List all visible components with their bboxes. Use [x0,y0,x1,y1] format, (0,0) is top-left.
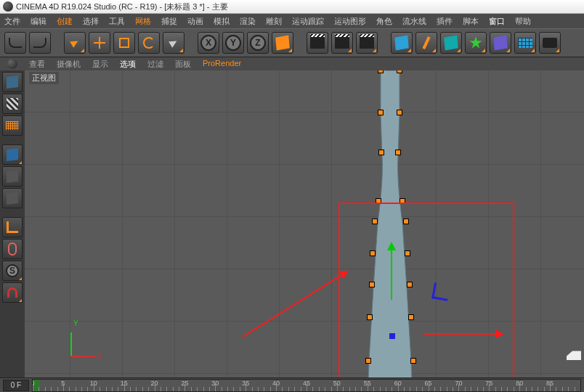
viewbar-item-2[interactable]: 显示 [92,59,108,70]
menu-item-17[interactable]: 窗口 [489,16,505,27]
viewbar-item-1[interactable]: 摄像机 [57,59,81,70]
grill-icon [6,121,19,130]
y-axis-icon: Y [225,35,241,51]
viewbar-item-5[interactable]: 面板 [175,59,191,70]
y-axis-gizmo[interactable] [391,243,392,300]
menu-item-3[interactable]: 选择 [83,16,99,27]
menu-item-13[interactable]: 角色 [376,16,392,27]
z-axis-gizmo[interactable] [431,282,450,301]
render-view-button[interactable] [307,32,328,54]
menu-item-0[interactable]: 文件 [4,16,20,27]
mograph-button[interactable] [465,32,487,54]
camera-button[interactable] [539,32,561,54]
model-cube-icon [7,75,18,89]
main-toolbar: X Y Z [0,28,584,57]
y-axis-lock-button[interactable]: Y [222,32,244,54]
menu-item-15[interactable]: 插件 [437,16,453,27]
environment-button[interactable] [514,32,536,54]
z-axis-icon: Z [250,35,266,51]
live-select-button[interactable] [64,32,86,54]
axis-mode-button[interactable] [2,217,23,237]
menu-item-18[interactable]: 帮助 [515,16,531,27]
render-settings-button[interactable] [356,32,378,54]
cursor-icon [70,38,80,48]
menu-item-2[interactable]: 创建 [57,16,73,27]
vertex-handle[interactable] [373,219,377,224]
vertex-handle[interactable] [379,150,384,155]
vertex-handle[interactable] [396,150,400,155]
vertex-handle[interactable] [409,315,413,319]
workplane-mode-button[interactable] [2,115,23,136]
primitive-cube-button[interactable] [391,32,413,54]
deformer-icon [493,36,508,51]
vertex-handle[interactable] [378,70,383,73]
snap-button[interactable]: S [2,261,23,281]
menu-item-11[interactable]: 运动跟踪 [292,16,324,27]
model-mode-button[interactable] [2,72,23,92]
timeline-tick-label: 70 [455,380,462,387]
menu-item-12[interactable]: 运动图形 [334,16,366,27]
viewport-front[interactable]: 正视图 Y X [25,70,584,377]
menu-item-14[interactable]: 流水线 [402,16,426,27]
timeline-tick-label: 35 [242,380,249,387]
checker-icon [7,98,18,110]
magnet-button[interactable] [2,282,23,303]
tweak-mode-button[interactable] [2,239,23,259]
timeline-tick-label: 60 [394,380,402,387]
polygon-mode-button[interactable] [2,188,23,208]
vertex-handle[interactable] [405,251,410,256]
menu-item-8[interactable]: 模拟 [214,16,230,27]
gizmo-origin[interactable] [389,333,395,339]
vertex-handle[interactable] [366,359,370,363]
menu-item-9[interactable]: 渲染 [240,16,256,27]
vertex-handle[interactable] [400,199,405,203]
timeline-tick-label: 40 [272,380,280,387]
texture-mode-button[interactable] [2,94,23,114]
menu-item-1[interactable]: 编辑 [31,16,46,27]
edge-mode-button[interactable] [2,166,23,187]
rotate-tool-button[interactable] [138,32,160,54]
point-mode-button[interactable] [2,144,23,165]
vertex-handle[interactable] [397,70,402,73]
menu-item-10[interactable]: 雕刻 [266,16,282,27]
vertex-handle[interactable] [370,251,375,256]
timeline[interactable]: 0 F 0510152025303540455055606570758085 [0,377,584,392]
menu-item-7[interactable]: 动画 [187,16,203,27]
viewport-origin-axes: Y X [70,321,107,357]
timeline-start-frame[interactable]: 0 F [3,380,29,391]
vertex-handle[interactable] [411,359,415,363]
undo-button[interactable] [4,32,26,54]
deformer-button[interactable] [490,32,511,54]
viewbar-item-3[interactable]: 选项 [120,59,136,70]
menu-item-4[interactable]: 工具 [109,16,125,27]
coord-system-button[interactable] [272,32,293,54]
menu-item-5[interactable]: 网格 [135,16,151,27]
vertex-handle[interactable] [378,110,383,115]
viewbar-item-6[interactable]: ProRender [203,59,241,70]
generator-button[interactable] [440,32,462,54]
vertex-handle[interactable] [370,282,374,287]
scale-tool-button[interactable] [113,32,135,54]
menu-item-16[interactable]: 脚本 [463,16,479,27]
z-axis-lock-button[interactable]: Z [247,32,269,54]
vertex-handle[interactable] [397,110,402,115]
editable-object[interactable] [359,70,421,377]
render-region-button[interactable] [331,32,353,54]
x-axis-lock-button[interactable]: X [198,32,219,54]
menu-item-6[interactable]: 捕捉 [161,16,177,27]
vertex-handle[interactable] [368,315,372,319]
viewbar-item-4[interactable]: 过滤 [147,59,163,70]
redo-button[interactable] [29,32,51,54]
move-tool-button[interactable] [89,32,110,54]
viewport-globe-icon[interactable] [7,59,17,69]
camera-icon [543,38,557,48]
spline-pen-button[interactable] [415,32,437,54]
viewbar-item-0[interactable]: 查看 [29,59,45,70]
x-axis-icon: X [200,35,216,51]
generator-icon [444,36,458,51]
timeline-ruler[interactable]: 0510152025303540455055606570758085 [32,379,581,392]
vertex-handle[interactable] [407,282,412,287]
last-tool-button[interactable] [163,32,184,54]
vertex-handle[interactable] [404,219,408,224]
vertex-handle[interactable] [376,199,381,203]
